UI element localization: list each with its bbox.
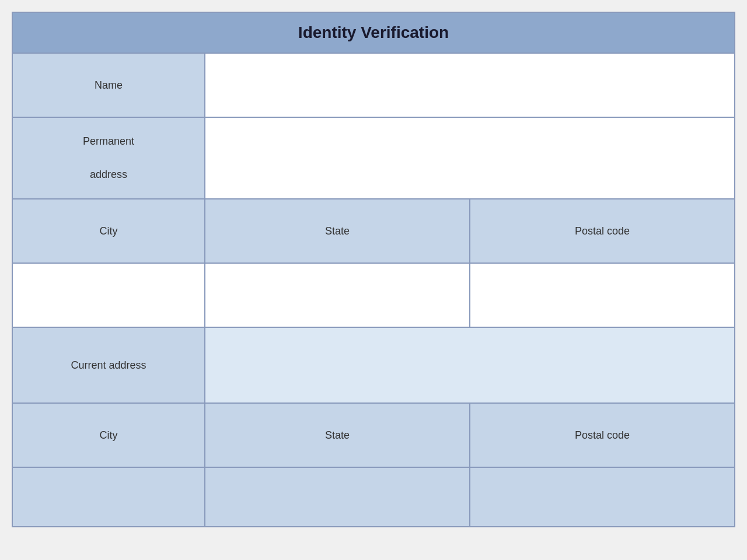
city-state-postal-label-row-1: City State Postal code (13, 200, 734, 264)
name-value[interactable] (205, 54, 734, 117)
city-input-1[interactable] (13, 264, 205, 327)
bottom-col-3[interactable] (470, 468, 734, 526)
permanent-address-value[interactable] (205, 118, 734, 198)
bottom-empty-row (13, 468, 734, 526)
current-address-value[interactable] (205, 328, 734, 402)
postal-code-input-1[interactable] (470, 264, 734, 327)
bottom-col-1[interactable] (13, 468, 205, 526)
postal-code-label-2: Postal code (470, 404, 734, 467)
state-input-1[interactable] (205, 264, 470, 327)
bottom-col-2[interactable] (205, 468, 470, 526)
city-state-postal-input-row-1 (13, 264, 734, 328)
form-title: Identity Verification (298, 23, 449, 41)
city-state-postal-label-row-2: City State Postal code (13, 404, 734, 468)
permanent-address-row: Permanent address (13, 118, 734, 200)
city-label-1: City (13, 200, 205, 262)
current-address-label: Current address (13, 328, 205, 402)
permanent-address-label: Permanent address (13, 118, 205, 198)
current-address-row: Current address (13, 328, 734, 404)
state-label-2: State (205, 404, 470, 467)
city-label-2: City (13, 404, 205, 467)
name-label: Name (13, 54, 205, 117)
state-label-1: State (205, 200, 470, 262)
name-row: Name (13, 54, 734, 118)
identity-verification-form: Identity Verification Name Permanent add… (12, 12, 735, 527)
form-title-row: Identity Verification (13, 13, 734, 54)
postal-code-label-1: Postal code (470, 200, 734, 262)
